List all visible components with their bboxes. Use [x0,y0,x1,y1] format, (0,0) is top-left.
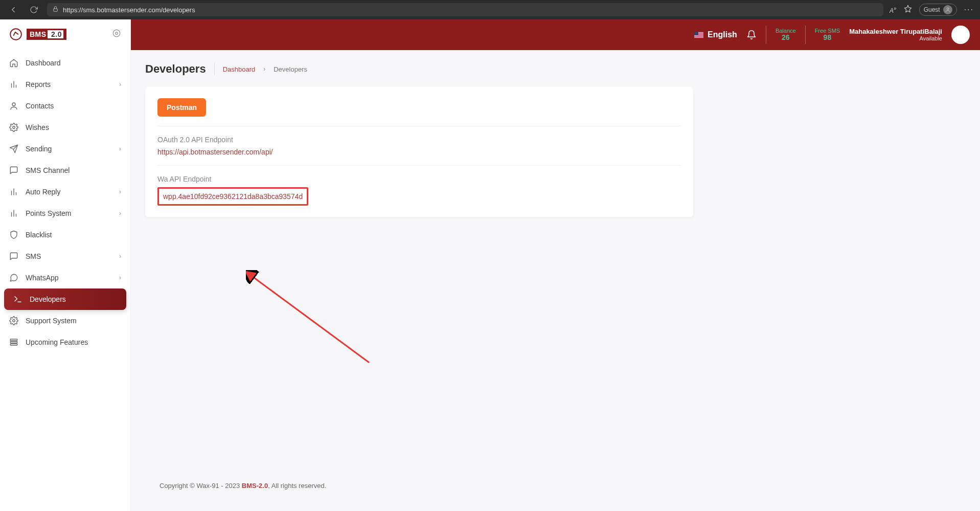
logo[interactable]: BMS 2.0 [9,28,66,41]
wa-value-highlight: wpp.4ae10fd92ce9362121da8a3bca93574d [157,187,308,206]
language-label: English [708,30,737,39]
chevron-right-icon: › [119,81,121,88]
wa-label: Wa API Endpoint [157,175,681,183]
freesms-stat: Free SMS 98 [815,28,840,41]
bars-icon [9,209,18,218]
user-name: Mahakaleshwer TirupatiBalaji [849,28,942,36]
refresh-icon[interactable] [27,3,41,17]
url-text: https://sms.botmastersender.com/develope… [63,6,195,14]
svg-point-2 [10,29,21,40]
more-icon[interactable]: ··· [964,5,974,14]
divider [157,165,681,166]
svg-point-3 [113,30,120,37]
user-avatar[interactable] [951,26,970,44]
send-icon [9,144,18,153]
sidebar-item-label: Points System [26,209,71,217]
sidebar-item-label: Contacts [26,102,54,110]
chevron-right-icon: › [119,145,121,152]
sidebar-item-label: SMS Channel [26,166,70,174]
url-bar[interactable]: https://sms.botmastersender.com/develope… [47,3,883,16]
gear-icon [9,316,18,325]
collapse-icon[interactable] [112,29,121,40]
svg-rect-9 [10,342,17,343]
sidebar-nav: DashboardReports›ContactsWishesSending›S… [0,49,130,356]
sidebar-item-whatsapp[interactable]: WhatsApp› [0,267,130,288]
terminal-icon [13,295,22,304]
oauth-value[interactable]: https://api.botmastersender.com/api/ [157,148,681,156]
balance-stat: Balance 26 [776,28,796,41]
shield-icon [9,230,18,239]
logo-badge: BMS 2.0 [27,29,66,40]
chevron-right-icon: › [119,274,121,281]
sidebar-item-support-system[interactable]: Support System [0,310,130,331]
sidebar: BMS 2.0 DashboardReports›ContactsWishesS… [0,19,131,511]
wa-value[interactable]: wpp.4ae10fd92ce9362121da8a3bca93574d [163,192,303,201]
sidebar-item-sms[interactable]: SMS› [0,246,130,267]
content: Developers Dashboard › Developers Postma… [131,50,980,511]
sidebar-item-reports[interactable]: Reports› [0,74,130,95]
topbar: English Balance 26 Free SMS 98 Mahakales… [131,19,980,50]
sidebar-item-sms-channel[interactable]: SMS Channel [0,160,130,181]
chevron-right-icon: › [119,253,121,260]
sidebar-item-dashboard[interactable]: Dashboard [0,52,130,74]
read-aloud-icon[interactable]: A» [890,6,897,14]
sidebar-item-label: Developers [30,295,66,303]
back-icon[interactable] [6,3,20,17]
footer-brand[interactable]: BMS-2.0 [242,482,268,490]
sidebar-item-label: WhatsApp [26,274,59,282]
chevron-right-icon: › [119,210,121,217]
sidebar-item-blacklist[interactable]: Blacklist [0,224,130,246]
chat-round-icon [9,273,18,282]
user-status: Available [849,35,942,42]
sidebar-item-contacts[interactable]: Contacts [0,95,130,117]
sidebar-item-upcoming-features[interactable]: Upcoming Features [0,331,130,353]
divider [805,26,806,44]
svg-point-7 [13,320,15,322]
sidebar-item-label: Reports [26,80,51,88]
home-icon [9,58,18,68]
sidebar-item-label: Sending [26,145,52,153]
chat-icon [9,166,18,175]
lock-icon [52,6,59,14]
sidebar-item-label: Blacklist [26,231,52,239]
freesms-value: 98 [815,34,840,41]
page-head: Developers Dashboard › Developers [145,62,966,76]
footer-prefix: Copyright © Wax-91 - 2023 [159,482,242,490]
bars-icon [9,80,18,89]
favorites-icon[interactable] [904,5,912,15]
bars-icon [9,187,18,196]
main: English Balance 26 Free SMS 98 Mahakales… [131,19,980,511]
breadcrumb-root[interactable]: Dashboard [223,65,256,73]
breadcrumb-current: Developers [274,65,307,73]
chat-icon [9,252,18,261]
notifications-icon[interactable] [746,30,757,40]
sidebar-item-wishes[interactable]: Wishes [0,117,130,138]
svg-point-1 [947,8,949,10]
oauth-label: OAuth 2.0 API Endpoint [157,136,681,144]
svg-point-4 [116,32,118,35]
logo-icon [9,28,22,41]
guest-label: Guest [924,6,940,13]
svg-rect-0 [54,9,58,11]
svg-point-5 [12,103,15,106]
sidebar-item-label: SMS [26,252,41,260]
svg-rect-10 [10,344,17,345]
guest-avatar-icon [943,5,952,14]
sidebar-item-label: Wishes [26,123,49,131]
person-icon [9,101,18,110]
sidebar-item-points-system[interactable]: Points System› [0,203,130,224]
breadcrumb-sep [214,63,215,75]
sidebar-item-label: Dashboard [26,59,61,67]
developers-card: Postman OAuth 2.0 API Endpoint https://a… [145,87,693,217]
guest-profile[interactable]: Guest [919,4,957,16]
user-block[interactable]: Mahakaleshwer TirupatiBalaji Available [849,28,942,42]
language-selector[interactable]: English [694,30,737,39]
sidebar-item-developers[interactable]: Developers [4,288,126,310]
page-title: Developers [145,62,206,76]
sidebar-item-sending[interactable]: Sending› [0,138,130,160]
postman-button[interactable]: Postman [157,98,206,117]
balance-value: 26 [776,34,796,41]
divider [157,126,681,126]
browser-chrome: https://sms.botmastersender.com/develope… [0,0,980,19]
sidebar-item-auto-reply[interactable]: Auto Reply› [0,181,130,203]
